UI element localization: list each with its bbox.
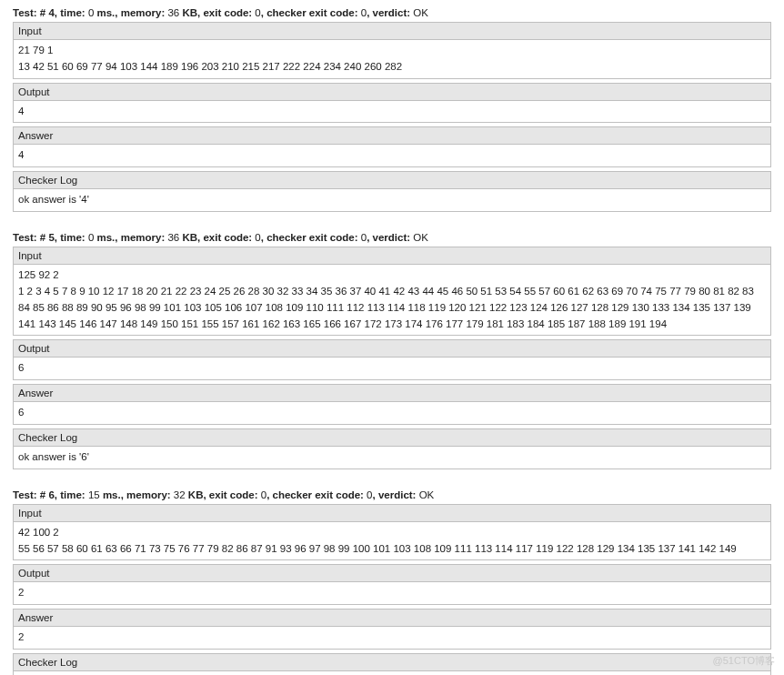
test-block: Test: # 5, time: 0 ms., memory: 36 KB, e… <box>13 232 771 469</box>
label-time-unit: ms., memory: <box>96 7 165 18</box>
input-title: Input <box>13 504 771 522</box>
verdict-value: OK <box>419 489 435 500</box>
input-body: 21 79 113 42 51 60 69 77 94 103 144 189 … <box>13 40 771 79</box>
test-header: Test: # 6, time: 15 ms., memory: 32 KB, … <box>13 489 771 500</box>
checker-log-title: Checker Log <box>13 653 771 671</box>
label-checker-exit: , checker exit code: <box>266 489 364 500</box>
label-test: Test: # 5, time: <box>13 232 85 243</box>
input-body: 42 100 255 56 57 58 60 61 63 66 71 73 75… <box>13 522 771 561</box>
verdict-value: OK <box>413 232 428 243</box>
test-block: Test: # 6, time: 15 ms., memory: 32 KB, … <box>13 489 771 675</box>
output-body: 2 <box>13 582 771 605</box>
output-body: 4 <box>13 101 771 124</box>
checker-log-body: ok answer is '4' <box>13 189 771 212</box>
answer-body: 4 <box>13 145 771 167</box>
label-checker-exit: , checker exit code: <box>261 7 358 18</box>
answer-title: Answer <box>13 126 771 145</box>
answer-body: 6 <box>13 402 771 425</box>
memory-value: 36 <box>167 7 179 18</box>
memory-value: 36 <box>167 232 179 243</box>
test-header: Test: # 5, time: 0 ms., memory: 36 KB, e… <box>13 232 771 243</box>
label-verdict: , verdict: <box>367 232 410 243</box>
output-title: Output <box>13 564 771 582</box>
memory-value: 32 <box>174 489 186 500</box>
input-title: Input <box>13 247 771 265</box>
checker-log-body: ok answer is '2' <box>13 671 771 675</box>
answer-body: 2 <box>13 627 771 650</box>
checker-log-body: ok answer is '6' <box>13 447 771 469</box>
label-test: Test: # 4, time: <box>13 7 85 18</box>
label-time-unit: ms., memory: <box>96 232 165 243</box>
label-verdict: , verdict: <box>367 7 410 18</box>
label-test: Test: # 6, time: <box>13 489 85 500</box>
label-mem-unit: KB, exit code: <box>182 7 252 18</box>
label-mem-unit: KB, exit code: <box>188 489 258 500</box>
test-block: Test: # 4, time: 0 ms., memory: 36 KB, e… <box>13 7 771 212</box>
time-value: 0 <box>88 232 94 243</box>
label-mem-unit: KB, exit code: <box>182 232 252 243</box>
test-header: Test: # 4, time: 0 ms., memory: 36 KB, e… <box>13 7 771 18</box>
output-title: Output <box>13 339 771 358</box>
time-value: 0 <box>88 7 94 18</box>
output-title: Output <box>13 83 771 101</box>
label-verdict: , verdict: <box>373 489 417 500</box>
checker-log-title: Checker Log <box>13 428 771 447</box>
label-time-unit: ms., memory: <box>103 489 171 500</box>
output-body: 6 <box>13 358 771 380</box>
answer-title: Answer <box>13 384 771 402</box>
answer-title: Answer <box>13 609 771 627</box>
time-value: 15 <box>88 489 100 500</box>
input-body: 125 92 21 2 3 4 5 7 8 9 10 12 17 18 20 2… <box>13 265 771 336</box>
label-checker-exit: , checker exit code: <box>261 232 358 243</box>
verdict-value: OK <box>413 7 428 18</box>
input-title: Input <box>13 22 771 40</box>
checker-log-title: Checker Log <box>13 171 771 189</box>
